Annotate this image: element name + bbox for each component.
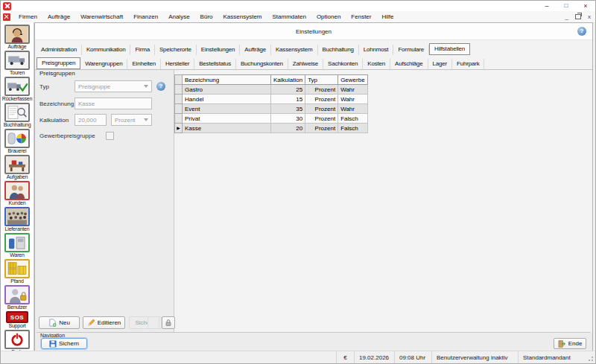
window-maximize-button[interactable]: □ [557,1,576,11]
sidebar-item-pfand[interactable]: Pfand [4,259,30,284]
menu-fenster[interactable]: Fenster [346,13,376,20]
sidebar-item-waren[interactable]: Waren [4,233,30,258]
cell-typ[interactable]: Prozent [305,104,338,114]
cell-kalkulation[interactable]: 35 [271,104,305,114]
tab-administration[interactable]: Administration [37,45,82,55]
navigation-sichern-button[interactable]: Sichern [41,338,87,349]
tab-lohnmost[interactable]: Lohnmost [359,45,394,55]
cell-kalkulation[interactable]: 30 [271,114,305,124]
row-selector[interactable] [175,85,183,95]
cell-bezeichnung[interactable]: Gastro [183,85,271,95]
neu-button[interactable]: Neu [39,316,80,329]
cell-typ[interactable]: Prozent [305,95,338,104]
tab-zahlweise[interactable]: Zahlweise [288,59,323,69]
cell-typ[interactable]: Prozent [305,124,338,133]
resize-grip[interactable] [586,351,595,363]
typ-help-icon[interactable]: ? [156,82,165,91]
table-row[interactable]: Event 35 Prozent Wahr [175,104,368,114]
window-minimize-button[interactable]: – [537,1,557,11]
blank-action-button[interactable] [148,316,159,329]
mdi-close-button[interactable]: x [588,13,591,20]
tab-speicherorte[interactable]: Speicherorte [155,45,197,55]
sidebar-item-brauerei[interactable]: Brauerei [4,129,30,154]
sidebar-item-rueckerfassen[interactable]: Rückerfassen [2,77,32,102]
cell-typ[interactable]: Prozent [305,85,338,95]
tab-einstellungen[interactable]: Einstellungen [197,45,240,55]
row-selector[interactable] [175,104,183,114]
cell-gewerbe[interactable]: Wahr [338,95,367,104]
cell-bezeichnung[interactable]: Event [183,104,271,114]
cell-gewerbe[interactable]: Falsch [338,124,367,133]
window-close-button[interactable]: × [576,1,595,11]
menu-buero[interactable]: Büro [195,13,218,20]
table-row[interactable]: Handel 15 Prozent Wahr [175,95,368,104]
sidebar-item-support[interactable]: SOS Support [6,311,28,329]
menu-firmen[interactable]: Firmen [13,13,42,20]
ende-button[interactable]: Ende [554,338,586,349]
mdi-minimize-button[interactable]: _ [565,15,568,19]
tab-kommunikation[interactable]: Kommunikation [82,45,131,55]
kalkulation-unit-dropdown[interactable]: Prozent [111,114,152,126]
sidebar-item-auftraege[interactable]: Aufträge [4,25,30,50]
column-header-gewerbe[interactable]: Gewerbe [338,75,367,85]
table-row[interactable]: Privat 30 Prozent Falsch [175,114,368,124]
lock-button[interactable] [162,316,175,329]
tab-buchungskonten[interactable]: Buchungskonten [236,59,288,69]
help-icon[interactable]: ? [577,27,586,36]
cell-typ[interactable]: Prozent [305,114,338,124]
sidebar-item-kunden[interactable]: Kunden [4,181,30,206]
mdi-restore-button[interactable] [575,14,581,19]
tab-sachkonten[interactable]: Sachkonten [323,59,363,69]
preisgruppen-table[interactable]: Bezeichnung Kalkulation Typ Gewerbe Gast… [174,74,368,133]
cell-bezeichnung[interactable]: Kasse [183,124,271,133]
cell-bezeichnung[interactable]: Privat [183,114,271,124]
cell-kalkulation[interactable]: 25 [271,85,305,95]
tab-bestellstatus[interactable]: Bestellstatus [194,59,236,69]
tab-fuhrpark[interactable]: Fuhrpark [452,59,484,69]
sidebar-item-buchhaltung[interactable]: Buchhaltung [4,103,31,128]
tab-preisgruppen[interactable]: Preisgruppen [37,57,80,69]
menu-hilfe[interactable]: Hilfe [376,13,399,20]
tab-firma[interactable]: Firma [130,45,154,55]
cell-bezeichnung[interactable]: Handel [183,95,271,104]
table-row-selected[interactable]: ▶ Kasse 20 Prozent Falsch [175,124,368,133]
tab-auftraege[interactable]: Aufträge [240,45,271,55]
menu-auftraege[interactable]: Aufträge [42,13,75,20]
sidebar-item-benutzer[interactable]: Benutzer [4,285,30,310]
table-row[interactable]: Gastro 25 Prozent Wahr [175,85,368,95]
row-selector[interactable] [175,95,183,104]
editieren-button[interactable]: Editieren [83,316,125,329]
sidebar-item-lieferanten[interactable]: Lieferanten [4,207,30,232]
tab-hilfstabellen[interactable]: Hilfstabellen [429,43,470,55]
cell-kalkulation[interactable]: 20 [271,124,305,133]
typ-dropdown[interactable]: Preisgruppe [74,80,152,92]
column-header-bezeichnung[interactable]: Bezeichnung [183,75,271,85]
cell-gewerbe[interactable]: Wahr [338,104,367,114]
menu-kassensystem[interactable]: Kassensystem [218,13,267,20]
sidebar-item-aufgaben[interactable]: Aufgaben [4,155,30,180]
tab-formulare[interactable]: Formulare [393,45,429,55]
column-header-typ[interactable]: Typ [305,75,338,85]
tab-warengruppen[interactable]: Warengruppen [80,59,127,69]
tab-lager[interactable]: Lager [428,59,452,69]
row-selector[interactable] [175,114,183,124]
menu-warenwirtschaft[interactable]: Warenwirtschaft [75,13,128,20]
tab-einheiten[interactable]: Einheiten [127,59,161,69]
bezeichnung-field[interactable]: Kasse [74,98,152,109]
gewerbepreisgruppe-checkbox[interactable] [106,132,114,140]
menu-stammdaten[interactable]: Stammdaten [267,13,311,20]
menu-optionen[interactable]: Optionen [311,13,346,20]
kalkulation-field[interactable]: 20,000 [74,114,107,126]
tab-kassensystem[interactable]: Kassensystem [271,45,318,55]
row-selector-current[interactable]: ▶ [175,124,183,133]
tab-aufschlaege[interactable]: Aufschläge [390,59,428,69]
column-header-kalkulation[interactable]: Kalkulation [271,75,305,85]
cell-kalkulation[interactable]: 15 [271,95,305,104]
menu-finanzen[interactable]: Finanzen [128,13,163,20]
cell-gewerbe[interactable]: Wahr [338,85,367,95]
menu-analyse[interactable]: Analyse [163,13,194,20]
tab-buchhaltung[interactable]: Buchhaltung [318,45,359,55]
tab-hersteller[interactable]: Hersteller [161,59,194,69]
tab-kosten[interactable]: Kosten [363,59,390,69]
sidebar-item-touren[interactable]: Touren [4,51,30,76]
